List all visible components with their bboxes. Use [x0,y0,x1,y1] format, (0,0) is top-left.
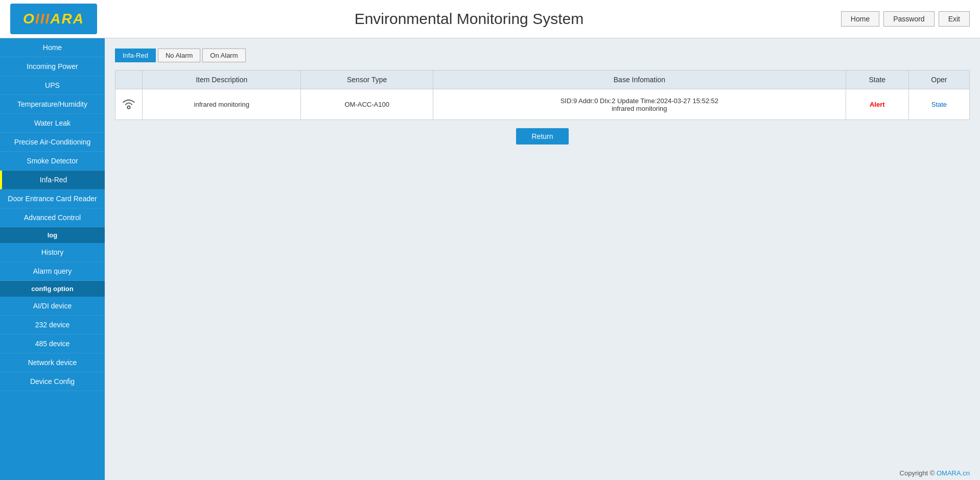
col-header-base-info: Base Infomation [433,70,846,89]
return-button[interactable]: Return [516,128,568,145]
sidebar-item-temperature-humidity[interactable]: Temperature/Humidity [0,95,105,114]
sidebar-item-water-leak[interactable]: Water Leak [0,114,105,133]
sidebar-item-home[interactable]: Home [0,38,105,57]
row-icon-cell [115,89,143,120]
exit-button[interactable]: Exit [939,11,970,27]
col-header-oper: Oper [908,70,969,89]
sidebar-item-advanced-control[interactable]: Advanced Control [0,208,105,227]
col-header-sensor-type: Sensor Type [301,70,433,89]
sidebar-item-door-entrance[interactable]: Door Entrance Card Reader [0,189,105,208]
footer-link[interactable]: OMARA.cn [937,469,970,477]
sidebar-item-232-device[interactable]: 232 device [0,316,105,334]
tab-infa-red[interactable]: Infa-Red [115,49,156,62]
sidebar-item-history[interactable]: History [0,243,105,262]
col-header-icon [115,70,143,89]
header: OIIIARA Environmental Monitoring System … [0,0,980,38]
infrared-sensor-icon [120,94,138,113]
sidebar: Home Incoming Power UPS Temperature/Humi… [0,38,105,480]
row-oper[interactable]: State [908,89,969,120]
sidebar-item-incoming-power[interactable]: Incoming Power [0,57,105,76]
header-buttons: Home Password Exit [841,11,970,27]
sidebar-section-config: config option [0,281,105,297]
logo-text: OIIIARA [23,11,84,27]
row-state: Alert [846,89,908,120]
sidebar-item-smoke-detector[interactable]: Smoke Detector [0,152,105,171]
col-header-state: State [846,70,908,89]
return-btn-container: Return [115,128,970,145]
logo: OIIIARA [10,4,97,34]
sidebar-item-infa-red[interactable]: Infa-Red [0,171,105,189]
sidebar-item-network-device[interactable]: Network device [0,353,105,372]
sidebar-item-precise-air[interactable]: Precise Air-Conditioning [0,133,105,152]
password-button[interactable]: Password [883,11,934,27]
sidebar-item-ai-di-device[interactable]: AI/DI device [0,297,105,316]
sidebar-item-device-config[interactable]: Device Config [0,372,105,391]
row-sensor-type: OM-ACC-A100 [301,89,433,120]
tab-on-alarm[interactable]: On Alarm [202,49,245,62]
home-button[interactable]: Home [841,11,879,27]
svg-point-0 [127,106,130,109]
sidebar-item-485-device[interactable]: 485 device [0,334,105,353]
layout: Home Incoming Power UPS Temperature/Humi… [0,38,980,480]
footer: Copyright © OMARA.cn [105,466,980,480]
filter-tabs: Infa-Red No Alarm On Alarm [115,49,970,62]
sidebar-item-ups[interactable]: UPS [0,76,105,95]
table-row: infrared monitoring OM-ACC-A100 SID:9 Ad… [115,89,970,120]
row-item-description: infrared monitoring [143,89,301,120]
col-header-item-desc: Item Description [143,70,301,89]
row-base-info: SID:9 Addr:0 DIx:2 Update Time:2024-03-2… [433,89,846,120]
data-table: Item Description Sensor Type Base Infoma… [115,70,970,120]
tab-no-alarm[interactable]: No Alarm [158,49,200,62]
main-content: Infa-Red No Alarm On Alarm Item Descript… [105,38,980,480]
page-title: Environmental Monitoring System [97,10,841,28]
sidebar-section-log: log [0,227,105,243]
sidebar-item-alarm-query[interactable]: Alarm query [0,262,105,281]
